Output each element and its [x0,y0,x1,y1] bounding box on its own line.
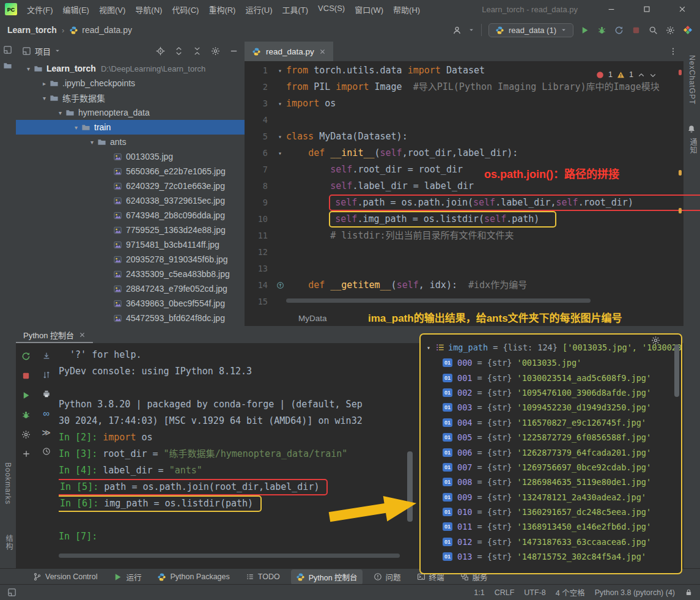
sidebar-item-notifications[interactable]: 通知 [688,138,698,154]
menu-item[interactable]: 代码(C) [167,2,204,17]
variable-row[interactable]: 01000 = {str} '0013035.jpg' [421,355,681,370]
search-icon[interactable] [649,26,658,35]
horizontal-scrollbar[interactable] [59,554,400,558]
console-line[interactable]: In [2]: import os [59,429,414,446]
close-icon[interactable] [79,331,86,338]
warning-stripe-mark[interactable] [679,208,682,213]
menu-item[interactable]: 运行(U) [240,2,277,17]
console-line[interactable]: '?' for help. [59,347,414,363]
tool-window-button[interactable]: 问题 [369,569,406,585]
breadcrumb-file[interactable]: read_data.py [82,25,132,35]
debug-icon[interactable] [21,410,31,420]
variable-row[interactable]: 01008 = {str} '1286984635_5119e80de1.jpg… [421,475,681,489]
tab-read-data[interactable]: read_data.py [245,42,333,61]
menu-item[interactable]: 导航(N) [130,2,167,17]
maximize-button[interactable] [629,0,665,18]
tree-item[interactable]: 28847243_e79fe052cd.jpg [16,281,245,296]
code-line[interactable]: 13 [245,261,683,277]
variable-row[interactable]: 01010 = {str} '1360291657_dc248c5eea.jpg… [421,505,681,519]
settings-icon[interactable] [666,26,675,35]
chevron-icon[interactable]: ▾ [71,124,81,131]
code-line[interactable]: 5▾class MyData(Dataset): [245,128,683,145]
tree-item[interactable]: 9715481_b3cb4114ff.jpg [16,237,245,252]
status-item[interactable]: 4 个空格 [556,587,585,598]
status-item[interactable]: Python 3.8 (pytorch) (4) [595,588,675,597]
code-line[interactable]: 9 self.path = os.path.join(self.label_di… [245,194,683,211]
chevron-down-icon[interactable]: ▾ [427,344,436,351]
tool-window-button[interactable]: TODO [241,571,285,583]
status-item[interactable]: CRLF [495,588,515,597]
code-line[interactable]: 10 self.img_path = os.listdir(self.path) [245,211,683,228]
tree-item[interactable]: 6240329_72c01e663e.jpg [16,179,245,193]
stop-icon[interactable] [632,26,641,35]
run-config-selector[interactable]: read_data (1) [488,23,573,37]
tool-window-button[interactable]: 运行 [108,569,146,585]
lock-icon[interactable] [685,588,693,596]
history-icon[interactable] [42,447,51,456]
minimize-button[interactable] [594,0,629,18]
inspection-widget[interactable]: 1 1 [596,67,657,83]
locate-icon[interactable] [156,46,165,56]
stop-icon[interactable] [21,371,31,380]
code-line[interactable]: 4 [245,112,683,128]
menu-item[interactable]: 帮助(H) [388,2,425,17]
console-line[interactable]: In [3]: root_dir = "练手数据集/hymenoptera_da… [59,446,414,462]
tool-window-toggle-icon[interactable] [7,588,17,597]
fold-marker[interactable]: ▾ [274,128,286,145]
console-line[interactable] [59,380,414,396]
run-icon[interactable] [21,391,31,400]
more-options-icon[interactable] [669,47,677,56]
soft-wrap-icon[interactable]: ∞ [43,409,50,418]
variable-row[interactable]: 01009 = {str} '132478121_2a430adea2.jpg' [421,490,681,505]
variable-row[interactable]: 01007 = {str} '1269756697_0bce92cdab.jpg… [421,460,681,475]
tree-item[interactable]: 0013035.jpg [16,149,245,164]
tool-window-icon[interactable] [3,45,12,54]
variable-row[interactable]: 01002 = {str} '1095476100_3906d8afde.jpg… [421,385,681,400]
close-tab-icon[interactable] [319,48,326,55]
menu-item[interactable]: 编辑(E) [58,2,94,17]
code-line[interactable]: 14 def __getitem__(self, idx): #idx作为编号 [245,277,683,294]
tree-item[interactable]: 7759525_1363d24e88.jpg [16,223,245,237]
tree-item[interactable]: 24335309_c5ea483bb8.jpg [16,267,245,281]
tree-item[interactable]: ▾Learn_torchD:\DeepLearning\Learn_torch [16,61,245,76]
horizontal-scrollbar[interactable] [286,298,591,303]
variable-row[interactable]: 01005 = {str} '1225872729_6f0856588f.jpg… [421,430,681,445]
code-line[interactable]: 11 # listdir:列出当前目录所有文件和文件夹 [245,228,683,244]
variable-row[interactable]: 01006 = {str} '1262877379_64fcada201.jpg… [421,445,681,459]
code-line[interactable]: 12 [245,244,683,261]
jump-to-end-icon[interactable] [42,352,51,360]
project-folder-icon[interactable] [3,61,12,70]
tree-item[interactable]: 6240338_93729615ec.jpg [16,193,245,208]
fold-marker[interactable]: ▾ [274,62,286,79]
collapse-all-icon[interactable] [193,46,202,56]
code-line[interactable]: 3▾import os [245,95,683,112]
tree-item[interactable]: ▸.ipynb_checkpoints [16,76,245,91]
console-line[interactable]: In [4]: label_dir = "ants" [59,462,414,479]
chevron-down-icon[interactable] [468,27,474,33]
hide-icon[interactable] [229,46,238,56]
tree-item[interactable]: 5650366_e22b7e1065.jpg [16,164,245,179]
expand-all-icon[interactable] [174,46,183,56]
variable-row[interactable]: 01003 = {str} '1099452230_d1949d3250.jpg… [421,400,681,415]
breadcrumb-project[interactable]: Learn_torch [7,25,57,35]
tree-item[interactable]: ▾train [16,120,245,135]
project-panel-title[interactable]: 项目 [35,45,51,57]
sidebar-item-bookmarks[interactable]: Bookmarks [4,462,12,505]
debug-icon[interactable] [597,26,606,35]
plugin-icon[interactable] [683,25,693,35]
fold-marker[interactable] [274,277,286,294]
warning-stripe-mark[interactable] [679,170,682,176]
add-icon[interactable] [22,450,31,458]
tree-item[interactable]: 36439863_0bec9f554f.jpg [16,296,245,311]
sidebar-item-nexchatgpt[interactable]: NexChatGPT [688,55,696,105]
fold-marker[interactable]: ▾ [274,95,286,112]
chevron-icon[interactable]: ▸ [39,80,50,87]
status-item[interactable]: 1:1 [474,588,484,597]
tree-item[interactable]: 45472593_bfd624f8dc.jpg [16,311,245,325]
chevron-down-icon[interactable] [54,48,61,54]
error-stripe-mark[interactable] [679,70,682,75]
menu-item[interactable]: 视图(V) [94,2,130,17]
chevron-icon[interactable]: ▾ [23,65,34,72]
tree-item[interactable]: ▾练手数据集 [16,91,245,105]
menu-item[interactable]: 重构(R) [204,2,240,17]
